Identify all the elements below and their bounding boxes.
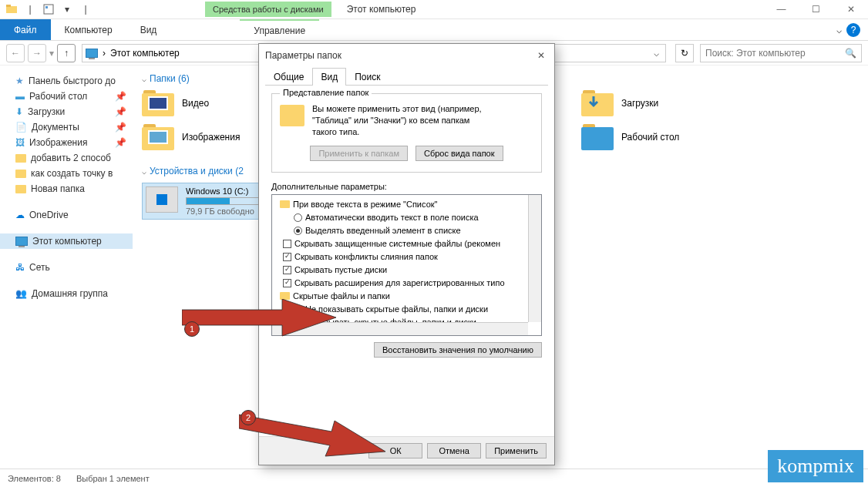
folder-icon <box>15 154 26 163</box>
sidebar-item-pictures[interactable]: 🖼Изображения📌 <box>0 135 133 150</box>
svg-marker-5 <box>239 415 385 456</box>
annotation-marker-1: 1 <box>184 321 200 337</box>
folder-icon <box>15 185 26 193</box>
pictures-folder-icon <box>148 130 168 144</box>
tab-general[interactable]: Общие <box>265 68 312 86</box>
folder-downloads[interactable]: Загрузки <box>581 90 751 116</box>
checkbox-hide-empty[interactable]: ✓ <box>283 266 291 274</box>
star-icon: ★ <box>15 76 24 86</box>
close-button[interactable]: ✕ <box>833 0 868 19</box>
properties-icon[interactable] <box>40 1 57 18</box>
checkbox-hide-extensions[interactable]: ✓ <box>283 279 291 287</box>
status-bar: Элементов: 8 Выбран 1 элемент <box>0 469 868 487</box>
window-title: Этот компьютер <box>347 4 416 15</box>
restore-defaults-button[interactable]: Восстановить значения по умолчанию <box>374 342 542 358</box>
picture-icon: 🖼 <box>15 137 25 148</box>
qat-separator: | <box>77 1 94 18</box>
explorer-icon <box>3 1 20 18</box>
drive-icon <box>146 186 178 213</box>
back-button[interactable]: ← <box>6 44 25 62</box>
annotation-arrow-2 <box>239 408 385 462</box>
manage-tab[interactable]: Управление <box>240 19 319 40</box>
radio-auto-search[interactable] <box>294 213 302 222</box>
document-icon: 📄 <box>15 122 27 133</box>
dialog-title-bar[interactable]: Параметры папок ✕ <box>259 44 554 67</box>
homegroup-icon: 👥 <box>15 288 27 299</box>
svg-rect-1 <box>6 5 11 7</box>
folder-icon <box>15 170 26 178</box>
tree-vscrollbar[interactable] <box>528 195 541 322</box>
apply-to-folders-button[interactable]: Применить к папкам <box>310 146 408 161</box>
sidebar-item-onedrive[interactable]: ☁OneDrive <box>0 207 133 223</box>
dialog-close-button[interactable]: ✕ <box>534 49 548 62</box>
tab-search[interactable]: Поиск <box>346 68 389 86</box>
annotation-arrow-1 <box>182 299 336 345</box>
sidebar-item-folder1[interactable]: добавить 2 способ <box>0 150 133 166</box>
sidebar-item-downloads[interactable]: ⬇Загрузки📌 <box>0 104 133 119</box>
folder-desktop[interactable]: Рабочий стол <box>581 124 751 150</box>
drive-tools-context-tab: Средства работы с дисками <box>205 2 331 17</box>
ribbon-expand-icon[interactable]: ⌵ <box>836 25 842 35</box>
sidebar-item-desktop[interactable]: ▬Рабочий стол📌 <box>0 89 133 104</box>
search-box[interactable]: 🔍 <box>700 44 862 62</box>
sidebar-item-homegroup[interactable]: 👥Домашняя группа <box>0 286 133 301</box>
view-tab[interactable]: Вид <box>126 19 171 40</box>
up-button[interactable]: ↑ <box>57 44 76 62</box>
minimize-button[interactable]: — <box>764 0 799 19</box>
sidebar-item-documents[interactable]: 📄Документы📌 <box>0 119 133 135</box>
status-selected-count: Выбран 1 элемент <box>76 474 150 483</box>
checkbox-hide-protected[interactable] <box>283 240 291 248</box>
history-dropdown-icon[interactable]: ▾ <box>49 48 54 59</box>
window-controls: — ☐ ✕ <box>764 0 868 19</box>
folder-icon <box>280 200 290 208</box>
network-icon: 🖧 <box>15 262 25 273</box>
maximize-button[interactable]: ☐ <box>799 0 833 19</box>
qat-dropdown-icon[interactable]: ▾ <box>59 1 76 18</box>
watermark: kompmix <box>768 450 863 482</box>
address-text[interactable]: Этот компьютер <box>110 48 180 59</box>
svg-marker-4 <box>182 299 336 336</box>
download-folder-icon <box>587 95 607 113</box>
search-input[interactable] <box>705 48 845 59</box>
tab-view[interactable]: Вид <box>312 68 346 86</box>
svg-rect-2 <box>44 5 53 14</box>
folder-glyph-icon <box>280 105 304 126</box>
status-element-count: Элементов: 8 <box>8 474 61 483</box>
dialog-title: Параметры папок <box>265 50 341 61</box>
apply-button[interactable]: Применить <box>486 443 547 458</box>
computer-tab[interactable]: Компьютер <box>51 19 126 40</box>
help-icon[interactable]: ? <box>846 23 860 37</box>
refresh-button[interactable]: ↻ <box>675 44 694 62</box>
file-tab[interactable]: Файл <box>0 19 51 40</box>
quick-access[interactable]: ★Панель быстрого до <box>0 73 133 89</box>
cloud-icon: ☁ <box>15 210 25 220</box>
annotation-marker-2: 2 <box>241 410 256 425</box>
svg-rect-3 <box>45 6 48 8</box>
forward-button[interactable]: → <box>28 44 46 62</box>
reset-folders-button[interactable]: Сброс вида папок <box>415 146 503 161</box>
download-icon: ⬇ <box>15 106 23 117</box>
sidebar-item-network[interactable]: 🖧Сеть <box>0 260 133 275</box>
dialog-tabs: Общие Вид Поиск <box>265 67 548 86</box>
cancel-button[interactable]: Отмена <box>427 443 481 458</box>
folder-views-fieldset: Представление папок Вы можете применить … <box>271 93 542 173</box>
advanced-settings-label: Дополнительные параметры: <box>271 182 542 191</box>
sidebar-item-thispc[interactable]: Этот компьютер <box>0 233 133 249</box>
title-bar: | ▾ | Средства работы с дисками Этот ком… <box>0 0 868 19</box>
video-folder-icon <box>148 96 168 110</box>
qat-separator: | <box>22 1 39 18</box>
navigation-pane: ★Панель быстрого до ▬Рабочий стол📌 ⬇Загр… <box>0 65 133 468</box>
radio-highlight[interactable] <box>294 227 302 235</box>
address-dropdown-icon[interactable]: ⌵ <box>651 48 662 59</box>
folder-options-dialog: Параметры папок ✕ Общие Вид Поиск Предст… <box>258 43 555 465</box>
sidebar-item-folder3[interactable]: Новая папка <box>0 181 133 196</box>
svg-rect-0 <box>6 6 17 13</box>
checkbox-hide-merge[interactable]: ✓ <box>283 253 291 261</box>
search-icon[interactable]: 🔍 <box>845 48 856 59</box>
desktop-icon: ▬ <box>15 91 25 102</box>
quick-access-toolbar: | ▾ | <box>0 1 97 18</box>
sidebar-item-folder2[interactable]: как создать точку в <box>0 166 133 181</box>
thispc-icon <box>15 237 28 246</box>
thispc-icon <box>86 49 98 58</box>
ribbon: Файл Компьютер Вид Управление ⌵ ? <box>0 19 868 41</box>
